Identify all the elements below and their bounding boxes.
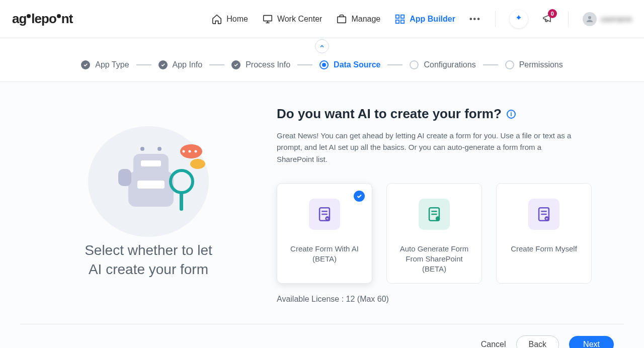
nav-work-label: Work Center bbox=[277, 15, 323, 24]
svg-rect-3 bbox=[401, 15, 404, 18]
card-label: Create Form With AI (BETA) bbox=[284, 244, 365, 265]
nav-home[interactable]: Home bbox=[211, 14, 248, 25]
logo-dot bbox=[27, 14, 31, 18]
divider bbox=[495, 11, 496, 27]
back-button[interactable]: Back bbox=[516, 335, 559, 348]
card-label: Create Form Myself bbox=[511, 244, 577, 254]
check-icon bbox=[160, 62, 166, 67]
chevron-up-icon bbox=[319, 43, 325, 49]
card-create-myself[interactable]: Create Form Myself bbox=[496, 183, 592, 284]
nav-app-builder[interactable]: App Builder bbox=[394, 14, 455, 25]
notifications-button[interactable]: 0 bbox=[542, 12, 554, 26]
monitor-icon bbox=[262, 14, 273, 25]
check-icon bbox=[233, 62, 238, 67]
svg-rect-1 bbox=[338, 17, 346, 23]
license-info: Available License : 12 (Max 60) bbox=[277, 295, 604, 304]
connector bbox=[483, 64, 498, 65]
svg-rect-5 bbox=[401, 20, 404, 23]
user-menu[interactable]: username bbox=[583, 12, 632, 26]
step-process-info[interactable]: Process Info bbox=[231, 60, 290, 69]
footer-actions: Cancel Back Next bbox=[20, 324, 624, 348]
form-sharepoint-icon: S bbox=[419, 199, 450, 230]
nav-app-label: App Builder bbox=[410, 15, 455, 24]
svg-rect-11 bbox=[141, 160, 161, 166]
notification-badge: 0 bbox=[548, 9, 557, 18]
check-icon bbox=[83, 62, 88, 67]
svg-point-18 bbox=[183, 150, 185, 153]
svg-point-12 bbox=[140, 147, 144, 151]
right-panel: Do you want AI to create your form? i Gr… bbox=[277, 106, 604, 304]
grid-icon bbox=[394, 14, 406, 25]
form-self-icon bbox=[528, 199, 559, 230]
connector bbox=[387, 64, 403, 65]
next-button[interactable]: Next bbox=[569, 336, 614, 348]
connector bbox=[136, 64, 151, 65]
nav-more[interactable]: ••• bbox=[469, 15, 481, 24]
step-app-info[interactable]: App Info bbox=[158, 60, 203, 69]
left-title: Select whether to let AI create your for… bbox=[85, 241, 212, 279]
nav-manage-label: Manage bbox=[351, 15, 380, 24]
nav-home-label: Home bbox=[226, 15, 248, 24]
svg-rect-14 bbox=[118, 169, 131, 186]
card-sharepoint[interactable]: S Auto Generate Form From SharePoint (BE… bbox=[386, 183, 482, 284]
connector bbox=[209, 64, 224, 65]
step-data-source[interactable]: Data Source bbox=[319, 60, 380, 69]
step-app-type[interactable]: App Type bbox=[81, 60, 129, 69]
svg-point-13 bbox=[157, 147, 162, 151]
active-dot-icon bbox=[322, 63, 326, 67]
brand-logo: aglepont bbox=[12, 11, 72, 27]
step-permissions[interactable]: Permissions bbox=[505, 60, 563, 69]
avatar-icon bbox=[583, 12, 597, 26]
home-icon bbox=[211, 14, 222, 25]
form-ai-icon bbox=[309, 199, 340, 230]
top-nav: Home Work Center Manage App Builder ••• … bbox=[211, 10, 632, 28]
pinwheel-icon bbox=[514, 14, 524, 24]
question-description: Great News! You can get ahead by letting… bbox=[277, 130, 579, 165]
svg-rect-9 bbox=[137, 181, 165, 189]
svg-rect-4 bbox=[396, 20, 399, 23]
logo-dot bbox=[57, 14, 61, 18]
robot-illustration bbox=[83, 106, 214, 237]
stepper-section: App Type App Info Process Info Data Sour… bbox=[0, 38, 644, 82]
cancel-button[interactable]: Cancel bbox=[481, 340, 506, 348]
briefcase-icon bbox=[336, 14, 347, 25]
main-content: Select whether to let AI create your for… bbox=[10, 82, 634, 304]
divider bbox=[568, 11, 569, 27]
brand-text-2: lepo bbox=[31, 11, 56, 27]
svg-rect-16 bbox=[180, 192, 183, 211]
more-icon: ••• bbox=[469, 15, 481, 24]
question-title: Do you want AI to create your form? bbox=[277, 106, 502, 122]
ai-assistant-button[interactable] bbox=[510, 10, 528, 28]
svg-text:S: S bbox=[437, 217, 439, 220]
collapse-stepper-button[interactable] bbox=[315, 39, 329, 53]
step-configurations[interactable]: Configurations bbox=[410, 60, 475, 69]
svg-point-21 bbox=[190, 159, 205, 169]
selected-check-icon bbox=[354, 191, 365, 202]
info-icon[interactable]: i bbox=[507, 110, 516, 119]
nav-manage[interactable]: Manage bbox=[336, 14, 380, 25]
question-row: Do you want AI to create your form? i bbox=[277, 106, 604, 122]
card-label: Auto Generate Form From SharePoint (BETA… bbox=[394, 244, 474, 275]
user-name: username bbox=[601, 15, 632, 23]
left-panel: Select whether to let AI create your for… bbox=[40, 106, 257, 304]
card-create-with-ai[interactable]: Create Form With AI (BETA) bbox=[277, 183, 372, 284]
connector bbox=[297, 64, 312, 65]
svg-point-6 bbox=[588, 16, 591, 19]
wizard-stepper: App Type App Info Process Info Data Sour… bbox=[0, 60, 644, 69]
top-bar: aglepont Home Work Center Manage App Bui… bbox=[0, 0, 644, 38]
svg-point-19 bbox=[189, 150, 191, 153]
svg-rect-0 bbox=[264, 15, 272, 21]
svg-point-20 bbox=[195, 150, 197, 153]
brand-text-3: nt bbox=[61, 11, 73, 27]
svg-rect-2 bbox=[396, 15, 399, 18]
nav-work-center[interactable]: Work Center bbox=[262, 14, 323, 25]
option-cards: Create Form With AI (BETA) S Auto Genera… bbox=[277, 183, 604, 284]
brand-text-1: ag bbox=[12, 11, 26, 27]
